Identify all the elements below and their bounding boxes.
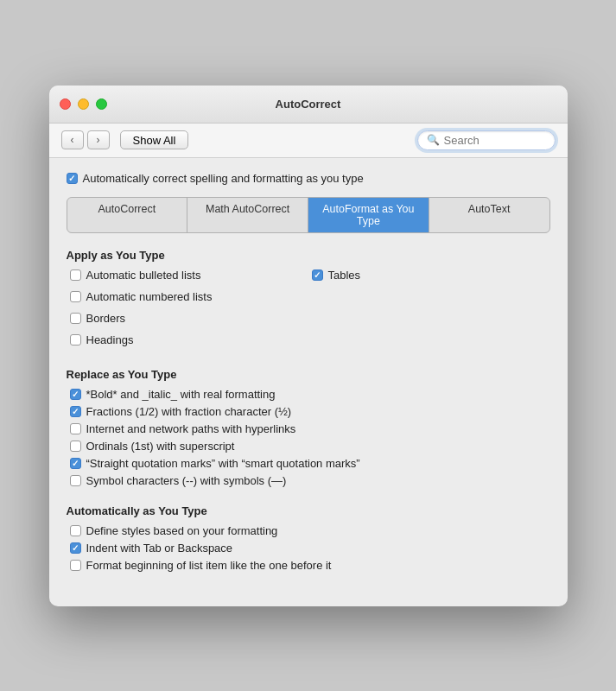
auto-correct-checkbox[interactable] [67,173,78,184]
show-all-button[interactable]: Show All [120,130,189,149]
option-indent-tab: Indent with Tab or Backspace [67,542,550,555]
option-borders: Borders [67,312,308,325]
bold-italic-checkbox[interactable] [70,389,81,400]
tables-checkbox[interactable] [312,269,323,281]
quotes-label: “Straight quotation marks” with “smart q… [86,457,360,470]
option-hyperlinks: Internet and network paths with hyperlin… [67,422,550,435]
ordinals-label: Ordinals (1st) with superscript [86,440,235,453]
forward-button[interactable]: › [87,130,110,149]
apply-col1: Automatic bulleted lists Automatic numbe… [67,269,308,351]
section-automatically-as-you-type: Automatically as You Type Define styles … [67,504,550,572]
format-list-checkbox[interactable] [70,560,81,571]
define-styles-label: Define styles based on your formatting [86,524,278,537]
headings-checkbox[interactable] [70,334,81,346]
section-apply-as-you-type: Apply as You Type Automatic bulleted lis… [67,249,550,351]
minimize-button[interactable] [78,98,89,110]
replace-section-title: Replace as You Type [67,368,550,381]
hyperlinks-label: Internet and network paths with hyperlin… [86,422,296,435]
autocorrect-window: AutoCorrect ‹ › Show All 🔍 Automatically… [49,86,568,606]
option-bold-italic: *Bold* and _italic_ with real formatting [67,388,550,401]
search-input[interactable] [444,134,546,147]
auto-correct-label: Automatically correct spelling and forma… [83,172,364,185]
section-replace-as-you-type: Replace as You Type *Bold* and _italic_ … [67,368,550,487]
window-title: AutoCorrect [276,98,341,111]
bulleted-lists-label: Automatic bulleted lists [86,269,201,282]
nav-buttons: ‹ › [61,130,110,149]
bulleted-lists-checkbox[interactable] [70,269,81,281]
hyperlinks-checkbox[interactable] [70,423,81,434]
tab-autotext[interactable]: AutoText [429,198,549,232]
tables-label: Tables [328,269,361,282]
option-define-styles: Define styles based on your formatting [67,524,550,537]
ordinals-checkbox[interactable] [70,441,81,452]
window-controls [60,98,107,110]
option-quotes: “Straight quotation marks” with “smart q… [67,457,550,470]
search-box[interactable]: 🔍 [417,130,556,150]
apply-grid: Automatic bulleted lists Automatic numbe… [67,269,550,351]
option-ordinals: Ordinals (1st) with superscript [67,440,550,453]
option-bulleted-lists: Automatic bulleted lists [67,269,308,282]
numbered-lists-checkbox[interactable] [70,291,81,302]
tab-autoformat[interactable]: AutoFormat as You Type [308,198,429,232]
apply-section-title: Apply as You Type [67,249,550,262]
tab-autocorrect[interactable]: AutoCorrect [67,198,188,232]
option-headings: Headings [67,333,308,346]
tab-math-autocorrect[interactable]: Math AutoCorrect [187,198,308,232]
option-format-list: Format beginning of list item like the o… [67,559,550,572]
headings-label: Headings [86,333,134,346]
borders-label: Borders [86,312,126,325]
tab-bar: AutoCorrect Math AutoCorrect AutoFormat … [67,197,550,233]
format-list-label: Format beginning of list item like the o… [86,559,332,572]
define-styles-checkbox[interactable] [70,525,81,536]
quotes-checkbox[interactable] [70,458,81,469]
option-symbols: Symbol characters (--) with symbols (—) [67,474,550,487]
search-icon: 🔍 [427,134,440,146]
close-button[interactable] [60,98,71,110]
indent-tab-label: Indent with Tab or Backspace [86,542,233,555]
fractions-checkbox[interactable] [70,406,81,417]
fractions-label: Fractions (1/2) with fraction character … [86,405,292,418]
option-fractions: Fractions (1/2) with fraction character … [67,405,550,418]
automatically-section-title: Automatically as You Type [67,504,550,517]
bold-italic-label: *Bold* and _italic_ with real formatting [86,388,276,401]
option-numbered-lists: Automatic numbered lists [67,290,308,303]
title-bar: AutoCorrect [49,86,568,124]
apply-col2: Tables [308,269,550,351]
numbered-lists-label: Automatic numbered lists [86,290,213,303]
content-area: Automatically correct spelling and forma… [49,158,568,606]
option-tables: Tables [308,269,550,282]
indent-tab-checkbox[interactable] [70,542,81,554]
symbols-checkbox[interactable] [70,475,81,486]
maximize-button[interactable] [96,98,107,110]
symbols-label: Symbol characters (--) with symbols (—) [86,474,287,487]
toolbar: ‹ › Show All 🔍 [49,124,568,158]
back-button[interactable]: ‹ [61,130,84,149]
borders-checkbox[interactable] [70,313,81,324]
top-checkbox-row: Automatically correct spelling and forma… [67,172,550,185]
